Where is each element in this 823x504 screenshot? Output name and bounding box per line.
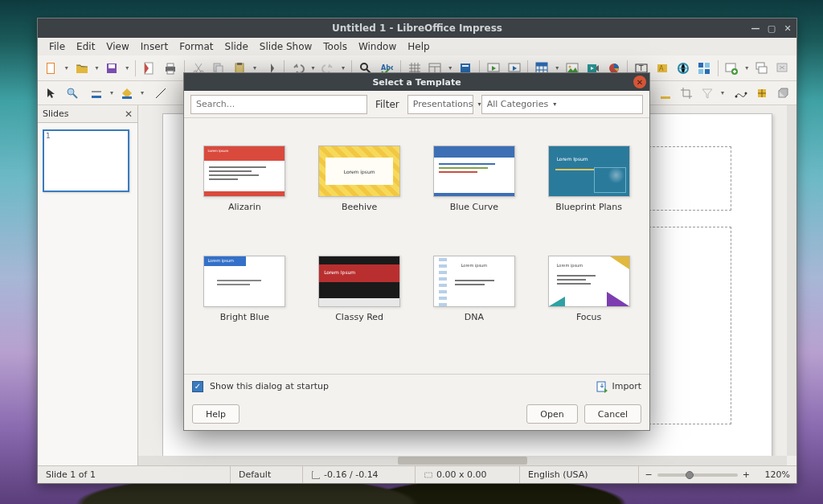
new-icon[interactable] [43, 59, 60, 77]
glue-points-icon[interactable] [753, 84, 771, 102]
menu-view[interactable]: View [101, 39, 133, 54]
fill-color-icon[interactable] [118, 84, 136, 102]
filter-icon[interactable] [698, 84, 716, 102]
menu-edit[interactable]: Edit [72, 39, 100, 54]
select-icon[interactable] [43, 84, 60, 102]
minimize-button[interactable]: — [750, 23, 761, 34]
open-button[interactable]: Open [526, 404, 577, 424]
menu-file[interactable]: File [44, 39, 70, 54]
zoom-in-icon[interactable]: + [743, 469, 750, 480]
svg-rect-34 [698, 69, 703, 74]
zoom-out-icon[interactable]: − [645, 469, 653, 480]
line-icon[interactable] [152, 84, 170, 102]
window-titlebar: Untitled 1 - LibreOffice Impress — ▢ ✕ [38, 18, 796, 38]
menu-window[interactable]: Window [354, 39, 401, 54]
print-icon[interactable] [162, 59, 179, 77]
save-dropdown[interactable]: ▾ [124, 64, 130, 72]
save-icon[interactable] [103, 59, 121, 77]
cancel-button[interactable]: Cancel [584, 404, 641, 424]
svg-rect-35 [705, 69, 710, 74]
show-startup-checkbox[interactable]: ✓ [192, 381, 203, 392]
dialog-button-row: Help Open Cancel [184, 398, 649, 430]
horizontal-scrollbar[interactable] [138, 456, 787, 465]
svg-rect-43 [122, 96, 132, 99]
menu-bar: File Edit View Insert Format Slide Slide… [38, 38, 796, 55]
close-panel-icon[interactable]: ✕ [125, 109, 133, 120]
line-color-dropdown[interactable]: ▾ [109, 89, 115, 96]
svg-rect-17 [461, 64, 470, 73]
line-color-icon[interactable] [88, 84, 105, 102]
vertical-scrollbar[interactable] [787, 105, 796, 456]
crop-icon[interactable] [678, 84, 695, 102]
export-pdf-icon[interactable] [141, 59, 158, 77]
search-input[interactable] [190, 95, 367, 114]
zoom-pan-icon[interactable] [63, 84, 81, 102]
template-alizarin[interactable]: Lorem ipsum Alizarin [199, 145, 291, 212]
import-button[interactable]: Import [596, 380, 641, 393]
show-startup-label: Show this dialog at startup [210, 381, 329, 391]
slide-number: 1 [46, 132, 51, 140]
highlight-color-icon[interactable] [657, 84, 674, 102]
svg-rect-42 [92, 96, 101, 98]
status-language[interactable]: English (USA) [520, 466, 639, 483]
close-button[interactable]: ✕ [782, 23, 793, 34]
status-size: 0.00 x 0.00 [416, 466, 520, 483]
display-views-dropdown[interactable]: ▾ [447, 64, 453, 72]
import-icon [596, 380, 608, 393]
filter-type-select[interactable]: Presentations▾ [407, 95, 473, 114]
dialog-title: Select a Template [372, 77, 461, 88]
menu-tools[interactable]: Tools [318, 39, 352, 54]
open-icon[interactable] [73, 59, 91, 77]
template-bright-blue[interactable]: Lorem ipsum Bright Blue [199, 256, 291, 322]
undo-dropdown[interactable]: ▾ [309, 64, 316, 72]
template-dna[interactable]: Lorem ipsum DNA [428, 256, 521, 322]
window-title: Untitled 1 - LibreOffice Impress [332, 23, 502, 34]
new-dropdown[interactable]: ▾ [63, 64, 70, 72]
svg-rect-39 [759, 67, 767, 73]
delete-slide-icon[interactable] [774, 59, 792, 77]
menu-slideshow[interactable]: Slide Show [255, 39, 317, 54]
toggle-extrusion-icon[interactable] [774, 84, 792, 102]
insert-table-dropdown[interactable]: ▾ [554, 64, 560, 72]
menu-slide[interactable]: Slide [220, 39, 253, 54]
status-style[interactable]: Default [231, 466, 303, 483]
insert-hyperlink-icon[interactable] [674, 59, 692, 77]
menu-format[interactable]: Format [174, 39, 218, 54]
template-list[interactable]: Lorem ipsum Alizarin Lorem ipsum Beehive… [184, 118, 649, 374]
template-blueprint[interactable]: Lorem Ipsum Blueprint Plans [543, 145, 635, 212]
dialog-close-icon[interactable]: ✕ [633, 76, 646, 88]
open-dropdown[interactable]: ▾ [93, 64, 100, 72]
svg-text:A: A [659, 65, 664, 72]
template-beehive[interactable]: Lorem ipsum Beehive [313, 145, 406, 212]
duplicate-slide-icon[interactable] [753, 59, 771, 77]
slide-thumbnail-1[interactable]: 1 [43, 129, 129, 192]
status-slide-count: Slide 1 of 1 [38, 466, 231, 483]
zoom-slider[interactable]: − + [639, 469, 756, 480]
zoom-percent[interactable]: 120% [756, 466, 796, 483]
filter-label: Filter [375, 99, 399, 110]
menu-insert[interactable]: Insert [136, 39, 173, 54]
points-icon[interactable] [732, 84, 750, 102]
filter-dropdown[interactable]: ▾ [719, 89, 726, 96]
insert-fontwork-icon[interactable]: A [653, 59, 671, 77]
redo-dropdown[interactable]: ▾ [340, 64, 346, 72]
svg-rect-44 [661, 96, 670, 99]
help-button[interactable]: Help [192, 404, 240, 424]
template-blue-curve[interactable]: Blue Curve [428, 145, 521, 212]
svg-text:T: T [638, 64, 644, 72]
menu-help[interactable]: Help [403, 39, 434, 54]
slide-panel: Slides ✕ 1 [38, 105, 138, 465]
paste-dropdown[interactable]: ▾ [252, 64, 258, 72]
svg-rect-33 [705, 63, 710, 68]
svg-rect-32 [698, 63, 703, 68]
maximize-button[interactable]: ▢ [766, 23, 777, 34]
template-classy-red[interactable]: Lorem IpsumDolor sit amet, consectetur a… [313, 256, 406, 322]
svg-point-45 [735, 95, 738, 97]
new-slide-dropdown[interactable]: ▾ [743, 64, 750, 72]
fill-color-dropdown[interactable]: ▾ [139, 89, 145, 96]
status-position: -0.16 / -0.14 [303, 466, 416, 483]
filter-category-select[interactable]: All Categories▾ [481, 95, 643, 114]
slide-layouts-icon[interactable] [695, 59, 713, 77]
new-slide-icon[interactable] [723, 59, 741, 77]
template-focus[interactable]: Lorem ipsum Focus [543, 256, 635, 322]
